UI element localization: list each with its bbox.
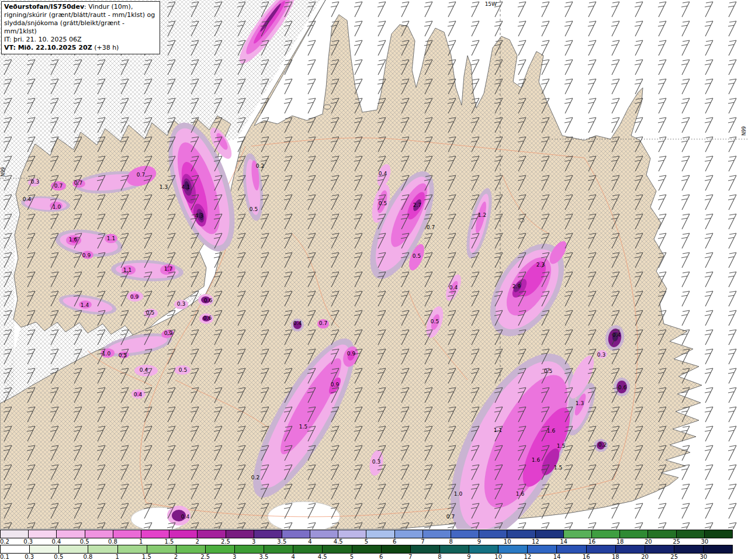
- colorbar-tick-label: 30: [701, 538, 708, 545]
- colorbar-segment: [1, 545, 30, 553]
- colorbar-segment: [176, 545, 206, 553]
- colorbar-tick-label: 2.5: [221, 538, 230, 545]
- colorbar-tick-label: 12: [524, 554, 532, 560]
- colorbar-tick-label: 1: [139, 538, 143, 545]
- colorbar-segment: [528, 545, 557, 553]
- parallel-label-left: N99: [1, 167, 6, 177]
- colorbar-tick-label: 0.1: [0, 554, 9, 560]
- colorbar-segment: [323, 545, 352, 553]
- valid-time: VT: Mið. 22.10.2025 20Z (+38 h): [4, 44, 156, 52]
- weather-map: 15W N99 N99 0.30.70.70.71.34.10.20.40.41…: [0, 0, 748, 529]
- colorbar-tick-label: 7: [421, 538, 424, 545]
- colorbar-segment: [587, 545, 616, 553]
- colorbar-segment: [366, 530, 394, 538]
- colorbar-segment: [620, 530, 648, 538]
- colorbar-tick-label: 14: [560, 538, 567, 545]
- colorbar-sleet-snow: 0.20.30.40.50.811.522.533.544.5567891012…: [0, 530, 733, 545]
- colorbar-segment: [411, 545, 440, 553]
- colorbar-segment: [206, 545, 235, 553]
- colorbar-tick-label: 20: [645, 538, 652, 545]
- colorbar-segment: [498, 545, 528, 553]
- colorbar-segment: [648, 530, 676, 538]
- colorbar-rain: 0.10.30.50.811.522.533.544.5567891012141…: [0, 545, 733, 560]
- colorbar-tick-label: 8: [449, 538, 453, 545]
- colorbar-segment: [118, 545, 147, 553]
- colorbar-tick-label: 2: [195, 538, 199, 545]
- colorbar-rain-labels: 0.10.30.50.811.522.533.544.5567891012141…: [0, 554, 733, 560]
- colorbar-tick-label: 3.5: [259, 554, 268, 560]
- colorbar-segment: [147, 545, 176, 553]
- colorbar-tick-label: 16: [583, 554, 590, 560]
- title-line-1: Veðurstofan/IS750dev: Vindur (10m),: [4, 3, 156, 11]
- colorbar-segment: [198, 530, 226, 538]
- colorbar-segment: [310, 530, 338, 538]
- colorbar-segment: [507, 530, 535, 538]
- colorbar-tick-label: 9: [467, 554, 470, 560]
- colorbar-tick-label: 1.5: [142, 554, 151, 560]
- colorbar-tick-label: 0.5: [54, 554, 63, 560]
- colorbar-segment: [57, 530, 85, 538]
- map-canvas: 15W N99 N99: [0, 0, 748, 529]
- colorbar-segment: [141, 530, 169, 538]
- colorbar-tick-label: 2.5: [200, 554, 210, 560]
- colorbar-segment: [469, 545, 498, 553]
- colorbar-tick-label: 25: [670, 554, 678, 560]
- colorbar-segment: [235, 545, 264, 553]
- colorbar-segment: [293, 545, 323, 553]
- colorbar-tick-label: 0.8: [108, 538, 117, 545]
- colorbar-tick-label: 5: [365, 538, 368, 545]
- meridian-label: 15W: [485, 1, 497, 7]
- colorbar-segment: [113, 530, 141, 538]
- colorbar-segment: [564, 530, 592, 538]
- colorbar-tick-label: 10: [494, 554, 502, 560]
- colorbar-segment: [88, 545, 117, 553]
- colorbar-tick-label: 0.2: [0, 538, 9, 545]
- colorbar-segment: [479, 530, 507, 538]
- colorbar-segment: [674, 545, 704, 553]
- colorbar-segment: [169, 530, 198, 538]
- colorbar-segment: [423, 530, 451, 538]
- colorbar-segment: [592, 530, 620, 538]
- colorbar-tick-label: 8: [438, 554, 441, 560]
- colorbar-tick-label: 0.3: [25, 554, 34, 560]
- colorbar-segment: [264, 545, 293, 553]
- colorbar-segment: [440, 545, 469, 553]
- model-name: Veðurstofan/IS750dev: [4, 3, 84, 11]
- colorbar-tick-label: 14: [553, 554, 561, 560]
- colorbar-segment: [451, 530, 479, 538]
- colorbar-tick-label: 16: [588, 538, 595, 545]
- colorbar-tick-label: 1.5: [164, 538, 174, 545]
- colorbar-rain-segments: [0, 545, 733, 554]
- colorbar-tick-label: 18: [617, 538, 624, 545]
- colorbar-segment: [1, 530, 29, 538]
- colorbar-segment: [85, 530, 113, 538]
- colorbar-segment: [382, 545, 411, 553]
- colorbar-segment: [29, 530, 57, 538]
- colorbar-tick-label: 12: [532, 538, 539, 545]
- colorbar-tick-label: 18: [612, 554, 619, 560]
- colorbar-tick-label: 25: [673, 538, 680, 545]
- title-line-3: slydda/snjókoma (grátt/bleikt/grænt - mm…: [4, 19, 156, 36]
- colorbar-sleet-snow-labels: 0.20.30.40.50.811.522.533.544.5567891012…: [0, 538, 733, 545]
- colorbar-tick-label: 3: [233, 554, 236, 560]
- colorbar-segment: [254, 530, 282, 538]
- colorbar-segment: [616, 545, 645, 553]
- colorbar-tick-label: 1: [115, 554, 119, 560]
- title-line-2: rigning/skúrir (grænt/blátt/rautt - mm/1…: [4, 11, 156, 19]
- colorbar-tick-label: 7: [408, 554, 412, 560]
- colorbar-segment: [352, 545, 382, 553]
- colorbar-tick-label: 6: [379, 554, 383, 560]
- colorbar-tick-label: 20: [641, 554, 649, 560]
- colorbar-tick-label: 4: [291, 554, 295, 560]
- colorbar-tick-label: 4.5: [318, 554, 327, 560]
- colorbar-tick-label: 30: [699, 554, 707, 560]
- colorbar-tick-label: 0.3: [23, 538, 33, 545]
- colorbar-tick-label: 3.5: [277, 538, 286, 545]
- colorbar-segment: [645, 545, 674, 553]
- colorbar-segment: [395, 530, 423, 538]
- colorbar-segment: [557, 545, 586, 553]
- colorbar-tick-label: 6: [393, 538, 396, 545]
- title-box: Veðurstofan/IS750dev: Vindur (10m), rign…: [1, 1, 160, 54]
- colorbar-segment: [677, 530, 705, 538]
- colorbar-tick-label: 0.5: [80, 538, 89, 545]
